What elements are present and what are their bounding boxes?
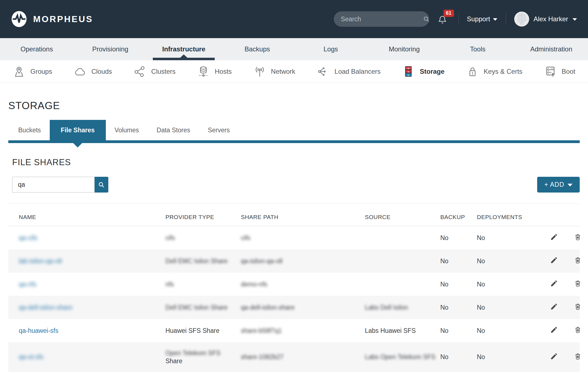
file-shares-search-input[interactable] <box>12 177 95 193</box>
share-path-cell: share-b58f7q1 <box>241 327 282 334</box>
main-nav: Operations Provisioning Infrastructure B… <box>0 38 588 60</box>
delete-button[interactable] <box>574 326 582 334</box>
support-menu[interactable]: Support <box>467 15 497 23</box>
global-search-input[interactable] <box>341 15 423 23</box>
share-path-cell: demo-nfs <box>241 281 267 288</box>
backup-cell: No <box>440 353 448 360</box>
search-icon <box>423 15 430 23</box>
provider-type-cell: Dell EMC Isilon Share <box>166 304 228 311</box>
subnav-label: Storage <box>420 68 444 75</box>
subnav-label: Clouds <box>91 68 112 75</box>
edit-button[interactable] <box>550 233 558 241</box>
edit-button[interactable] <box>550 280 558 287</box>
subnav-label: Network <box>271 68 295 75</box>
table-row: qa-dell-isilon-share Dell EMC Isilon Sha… <box>8 296 580 319</box>
nav-administration[interactable]: Administration <box>514 38 588 60</box>
delete-button[interactable] <box>574 256 582 264</box>
delete-button[interactable] <box>574 233 582 241</box>
load-balancers-icon <box>317 65 330 78</box>
user-menu[interactable]: Alex Harker <box>514 12 577 27</box>
tab-buckets[interactable]: Buckets <box>9 120 50 140</box>
tab-volumes[interactable]: Volumes <box>106 120 148 140</box>
provider-type-cell: cifs <box>166 234 175 241</box>
brand-name: MORPHEUS <box>33 14 93 24</box>
edit-button[interactable] <box>550 303 558 310</box>
nav-logs[interactable]: Logs <box>294 38 368 60</box>
table-row: lab-isilon-qa-v8 Dell EMC Isilon Share q… <box>8 249 580 273</box>
infrastructure-sub-nav: Groups Clouds Clusters <box>0 60 588 83</box>
deployments-cell: No <box>477 353 485 360</box>
edit-button[interactable] <box>550 326 558 334</box>
file-share-link[interactable]: qa-huawei-sfs <box>19 327 58 334</box>
file-share-link[interactable]: qa-nfs <box>19 281 36 288</box>
tab-data-stores[interactable]: Data Stores <box>148 120 199 140</box>
edit-button[interactable] <box>550 352 558 360</box>
file-share-link[interactable]: lab-isilon-qa-v8 <box>19 257 62 265</box>
provider-type-cell: Open Telekom SFS <box>166 349 241 357</box>
support-label: Support <box>467 15 490 23</box>
file-shares-search <box>12 177 108 193</box>
file-share-link[interactable]: qa-cifs <box>19 234 38 241</box>
subnav-label: Clusters <box>151 68 175 75</box>
active-tab-bar <box>8 140 580 143</box>
backup-cell: No <box>440 281 448 288</box>
keys-certs-icon <box>466 65 479 78</box>
global-search[interactable] <box>334 11 429 27</box>
storage-icon <box>402 65 415 78</box>
clusters-icon <box>133 65 146 78</box>
section-title: FILE SHARES <box>12 157 580 167</box>
page-title: STORAGE <box>8 100 580 112</box>
add-file-share-button[interactable]: + ADD <box>537 177 580 193</box>
delete-button[interactable] <box>574 280 582 287</box>
subnav-clusters[interactable]: Clusters <box>133 65 175 78</box>
nav-infrastructure[interactable]: Infrastructure <box>147 38 221 60</box>
pencil-icon <box>550 352 558 360</box>
hosts-icon <box>197 65 210 78</box>
notifications-button[interactable]: 61 <box>437 13 450 25</box>
tab-file-shares[interactable]: File Shares <box>50 120 106 140</box>
file-shares-table: NAME PROVIDER TYPE SHARE PATH SOURCE BAC… <box>8 204 580 372</box>
nav-operations[interactable]: Operations <box>0 38 74 60</box>
subnav-storage[interactable]: Storage <box>402 65 444 78</box>
pencil-icon <box>550 233 558 241</box>
table-row: qa-huawei-sfs Huawei SFS Share share-b58… <box>8 319 580 342</box>
nav-monitoring[interactable]: Monitoring <box>368 38 441 60</box>
share-path-cell: cifs <box>241 234 251 241</box>
tab-servers[interactable]: Servers <box>199 120 238 140</box>
subnav-keys-certs[interactable]: Keys & Certs <box>466 65 523 78</box>
nav-provisioning[interactable]: Provisioning <box>74 38 147 60</box>
storage-page: STORAGE Buckets File Shares Volumes Data… <box>0 83 588 372</box>
delete-button[interactable] <box>574 352 582 360</box>
deployments-cell: No <box>477 281 485 288</box>
subnav-load-balancers[interactable]: Load Balancers <box>317 65 381 78</box>
share-path-cell: qa-isilon-qa-v8 <box>241 257 283 265</box>
subnav-groups[interactable]: Groups <box>13 65 52 78</box>
subnav-label: Boot <box>562 68 575 75</box>
nav-tools[interactable]: Tools <box>441 38 514 60</box>
delete-button[interactable] <box>574 303 582 310</box>
pencil-icon <box>550 326 558 334</box>
subnav-boot[interactable]: Boot <box>544 65 575 78</box>
subnav-network[interactable]: Network <box>253 65 295 78</box>
trash-icon <box>574 233 582 241</box>
subnav-label: Load Balancers <box>335 68 381 75</box>
subnav-hosts[interactable]: Hosts <box>197 65 232 78</box>
trash-icon <box>574 352 582 360</box>
chevron-down-icon <box>573 18 577 21</box>
file-share-link[interactable]: qa-ot-sfs <box>19 353 43 360</box>
edit-button[interactable] <box>550 256 558 264</box>
trash-icon <box>574 280 582 287</box>
table-row: qa-nfs nfs demo-nfs No No <box>8 273 580 296</box>
groups-icon <box>13 65 25 78</box>
table-row: qa-ot-sfs Open Telekom SFS Share share-1… <box>8 342 580 372</box>
brand[interactable]: MORPHEUS <box>11 11 93 27</box>
table-header-row: NAME PROVIDER TYPE SHARE PATH SOURCE BAC… <box>8 204 580 226</box>
subnav-clouds[interactable]: Clouds <box>74 65 112 78</box>
file-share-link[interactable]: qa-dell-isilon-share <box>19 304 72 311</box>
nav-backups[interactable]: Backups <box>221 38 294 60</box>
boot-icon <box>544 65 557 78</box>
column-header-share-path: SHARE PATH <box>241 204 365 226</box>
file-shares-search-button[interactable] <box>95 177 108 193</box>
provider-type-cell: Huawei SFS Share <box>166 327 220 334</box>
subnav-label: Keys & Certs <box>484 68 523 75</box>
